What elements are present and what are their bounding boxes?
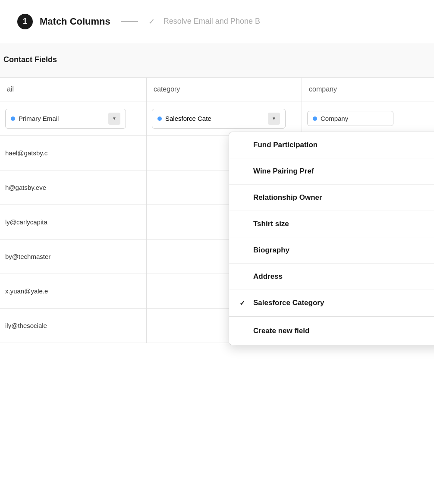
- company-dot: [313, 117, 317, 121]
- dropdown-item-label-4: Tshirt size: [253, 220, 289, 228]
- contact-fields-label: Contact Fields: [0, 43, 434, 64]
- email-value-0: hael@gatsby.c: [5, 149, 47, 157]
- step-number: 1: [17, 14, 33, 29]
- row-email-3: by@techmaster: [0, 239, 147, 274]
- col-header-category: category: [147, 78, 302, 101]
- row-email-1: h@gatsby.eve: [0, 170, 147, 205]
- dropdown-item-label-3: Relationship Owner: [253, 193, 322, 202]
- email-value-2: ly@carlycapita: [5, 218, 47, 226]
- col-header-company: company: [302, 78, 434, 101]
- email-value-3: by@techmaster: [5, 253, 50, 260]
- category-select-label: Salesforce Cate: [165, 115, 264, 122]
- main-content: ail category company Primary Email ▼ Sal…: [0, 78, 434, 343]
- dropdown-item-label-2: Wine Pairing Pref: [253, 167, 314, 176]
- row-email-0: hael@gatsby.c: [0, 136, 147, 170]
- field-mapping-row: Primary Email ▼ Salesforce Cate ▼ Fund P…: [0, 101, 434, 136]
- dropdown-item-salesforce-category[interactable]: ✓ Salesforce Category: [229, 290, 434, 316]
- company-dropdown[interactable]: Company: [307, 111, 393, 126]
- dropdown-item-label-1: Fund Participation: [253, 141, 318, 149]
- row-email-4: x.yuan@yale.e: [0, 274, 147, 308]
- email-dot: [11, 117, 15, 121]
- columns-header: ail category company: [0, 78, 434, 101]
- row-email-5: ily@thesociale: [0, 309, 147, 343]
- dropdown-item-fund-participation[interactable]: Fund Participation: [229, 132, 434, 158]
- row-email-2: ly@carlycapita: [0, 205, 147, 239]
- top-bar: 1 Match Columns ✓ Resolve Email and Phon…: [0, 0, 434, 43]
- sub-header: Contact Fields: [0, 43, 434, 78]
- category-dropdown-menu: Fund Participation Wine Pairing Pref Rel…: [229, 132, 434, 345]
- dropdown-item-address[interactable]: Address: [229, 264, 434, 290]
- checkmark-icon: ✓: [239, 299, 248, 307]
- email-field-cell: Primary Email ▼: [0, 101, 147, 135]
- category-field-cell: Salesforce Cate ▼ Fund Participation Win…: [147, 101, 302, 135]
- category-dropdown[interactable]: Salesforce Cate ▼: [152, 109, 286, 129]
- company-field-cell: Company: [302, 101, 434, 135]
- dropdown-item-wine-pairing[interactable]: Wine Pairing Pref: [229, 158, 434, 185]
- email-value-1: h@gatsby.eve: [5, 184, 46, 191]
- step-divider: [121, 21, 138, 22]
- email-select-label: Primary Email: [19, 115, 105, 122]
- create-new-field-label: Create new field: [253, 327, 309, 335]
- create-new-field-item[interactable]: Create new field: [229, 316, 434, 345]
- step-title: Match Columns: [40, 16, 110, 27]
- dropdown-item-tshirt-size[interactable]: Tshirt size: [229, 211, 434, 237]
- email-chevron-icon: ▼: [108, 113, 120, 125]
- email-value-4: x.yuan@yale.e: [5, 287, 48, 295]
- email-dropdown[interactable]: Primary Email ▼: [5, 109, 126, 129]
- step-indicator: 1 Match Columns ✓ Resolve Email and Phon…: [17, 14, 260, 29]
- step-check-icon: ✓: [148, 17, 155, 26]
- dropdown-item-label-5: Biography: [253, 246, 289, 255]
- col-header-email: ail: [0, 78, 147, 101]
- dropdown-item-label-6: Address: [253, 272, 283, 281]
- email-value-5: ily@thesociale: [5, 322, 47, 329]
- company-select-label: Company: [321, 115, 388, 122]
- step-next-label: Resolve Email and Phone B: [164, 17, 260, 26]
- category-chevron-icon: ▼: [268, 113, 280, 125]
- dropdown-item-label-7: Salesforce Category: [253, 299, 324, 307]
- dropdown-item-biography[interactable]: Biography: [229, 237, 434, 264]
- category-dot: [157, 117, 162, 121]
- dropdown-item-relationship-owner[interactable]: Relationship Owner: [229, 185, 434, 211]
